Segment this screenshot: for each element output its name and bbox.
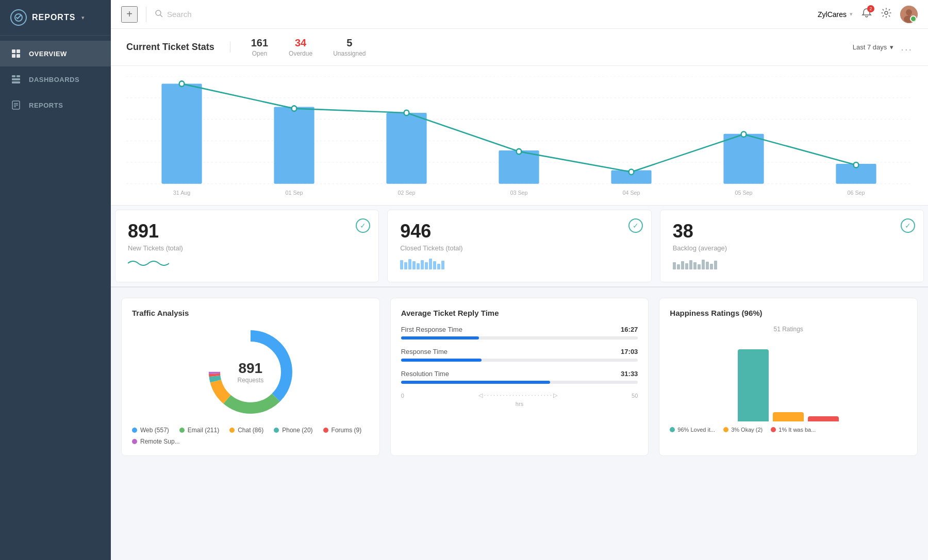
legend-phone-dot	[274, 428, 279, 433]
svg-rect-28	[499, 150, 539, 184]
sidebar-item-reports[interactable]: REPORTS	[0, 92, 111, 118]
resolution-time-value: 31:33	[621, 370, 638, 378]
stat-unassigned-label: Unassigned	[333, 50, 366, 57]
bar-line-chart: 250 200 150 100 50 0 31 Aug 01 Sep 02 Se…	[126, 76, 913, 200]
reply-row-resolution: Resolution Time 31:33	[401, 370, 638, 384]
stats-title: Current Ticket Stats	[126, 42, 230, 53]
user-menu[interactable]: ZylCares ▾	[818, 10, 853, 19]
svg-rect-61	[437, 264, 440, 269]
reply-row-first-response: First Response Time 16:27	[401, 326, 638, 340]
svg-point-18	[904, 15, 914, 23]
stat-overdue-value: 34	[289, 37, 312, 49]
backlog-check-icon: ✓	[901, 218, 915, 233]
summary-card-closed-tickets: 946 Closed Tickets (total) ✓	[387, 210, 651, 282]
legend-email: Email (211)	[179, 427, 219, 434]
notification-badge: 2	[867, 5, 874, 12]
happiness-bar-loved	[738, 349, 769, 421]
svg-text:02 Sep: 02 Sep	[397, 189, 415, 195]
date-range-picker[interactable]: Last 7 days ▾	[853, 43, 894, 51]
svg-rect-60	[433, 261, 436, 269]
settings-button[interactable]	[881, 7, 892, 21]
stat-unassigned-value: 5	[333, 37, 366, 49]
chart-svg: 250 200 150 100 50 0 31 Aug 01 Sep 02 Se…	[126, 76, 913, 200]
legend-web-label: Web (557)	[140, 427, 169, 434]
happiness-legend-okay: 3% Okay (2)	[723, 427, 763, 433]
svg-rect-67	[689, 260, 692, 269]
happiness-bar-chart	[670, 339, 907, 421]
happiness-subtitle: 51 Ratings	[670, 326, 907, 333]
sidebar-header[interactable]: REPORTS ▾	[0, 0, 111, 36]
summary-card-backlog: 38 Backlog (average) ✓	[660, 210, 924, 282]
new-tickets-mini-chart	[128, 257, 366, 271]
svg-rect-68	[693, 262, 697, 269]
sidebar-item-dashboards-label: DASHBOARDS	[29, 76, 79, 83]
svg-rect-66	[685, 263, 688, 269]
traffic-analysis-card: Traffic Analysis	[121, 298, 380, 456]
svg-rect-5	[12, 75, 15, 77]
svg-line-14	[160, 15, 162, 17]
add-button[interactable]: +	[121, 6, 138, 23]
happiness-title: Happiness Ratings (96%)	[670, 309, 907, 317]
stat-overdue: 34 Overdue	[289, 37, 312, 57]
closed-tickets-value: 946	[400, 220, 638, 242]
main-area: + Search ZylCares ▾ 2	[111, 0, 928, 560]
stat-overdue-label: Overdue	[289, 50, 312, 57]
new-tickets-value: 891	[128, 220, 366, 242]
user-chevron-icon: ▾	[850, 11, 853, 18]
search-icon	[155, 9, 163, 19]
legend-forums: Forums (9)	[323, 427, 362, 434]
reports-icon	[10, 99, 22, 111]
happiness-legend-bad: 1% It was ba...	[771, 427, 816, 433]
legend-email-label: Email (211)	[188, 427, 219, 434]
bottom-section: Traffic Analysis	[111, 287, 928, 466]
reply-axis-unit: hrs	[401, 401, 638, 407]
stat-open-label: Open	[251, 50, 268, 57]
reply-axis-arrow-left: ◁ · · · · · · · · · · · · · · · · · · · …	[478, 392, 558, 399]
svg-rect-3	[12, 54, 15, 58]
legend-email-dot	[179, 428, 185, 433]
avatar[interactable]	[900, 6, 918, 23]
stats-header-right: Last 7 days ▾ ...	[853, 41, 913, 53]
closed-tickets-check-icon: ✓	[628, 218, 643, 233]
summary-card-new-tickets: 891 New Tickets (total) ✓	[115, 210, 379, 282]
stats-header: Current Ticket Stats 161 Open 34 Overdue…	[111, 29, 928, 66]
svg-rect-7	[12, 78, 20, 80]
content-area: Current Ticket Stats 161 Open 34 Overdue…	[111, 29, 928, 560]
svg-text:06 Sep: 06 Sep	[847, 189, 865, 195]
svg-rect-26	[274, 107, 314, 183]
svg-text:31 Aug: 31 Aug	[173, 189, 190, 195]
legend-chat: Chat (86)	[229, 427, 263, 434]
sidebar-title: REPORTS	[32, 13, 75, 22]
svg-rect-27	[386, 113, 426, 184]
legend-remote: Remote Sup...	[132, 438, 180, 445]
backlog-value: 38	[673, 220, 911, 242]
happiness-dot-loved	[670, 427, 675, 432]
donut-center-label: 891 Requests	[237, 360, 263, 384]
svg-rect-64	[677, 264, 680, 269]
search-bar[interactable]: Search	[155, 9, 809, 19]
backlog-mini-chart	[673, 257, 911, 271]
new-tickets-check-icon: ✓	[356, 218, 370, 233]
legend-remote-dot	[132, 439, 137, 444]
sidebar-item-dashboards[interactable]: DASHBOARDS	[0, 66, 111, 92]
new-tickets-label: New Tickets (total)	[128, 244, 366, 252]
date-range-chevron-icon: ▾	[890, 43, 893, 51]
user-name: ZylCares	[818, 10, 847, 19]
svg-text:05 Sep: 05 Sep	[735, 189, 752, 195]
svg-rect-56	[417, 263, 420, 269]
svg-point-15	[885, 11, 888, 14]
reply-row-response-time: Response Time 17:03	[401, 348, 638, 362]
happiness-bar-okay	[773, 412, 804, 421]
happiness-card: Happiness Ratings (96%) 51 Ratings 96% L…	[659, 298, 918, 456]
resolution-time-bar-fill	[401, 381, 551, 384]
response-time-bar-fill	[401, 359, 482, 362]
legend-forums-label: Forums (9)	[332, 427, 362, 434]
notifications-button[interactable]: 2	[861, 7, 872, 21]
svg-rect-73	[714, 261, 717, 269]
svg-rect-25	[161, 84, 202, 184]
stat-open: 161 Open	[251, 37, 268, 57]
reply-time-title: Average Ticket Reply Time	[401, 309, 638, 317]
more-options-button[interactable]: ...	[901, 41, 913, 53]
sidebar-item-overview[interactable]: OVERVIEW	[0, 41, 111, 66]
svg-rect-58	[425, 262, 428, 269]
